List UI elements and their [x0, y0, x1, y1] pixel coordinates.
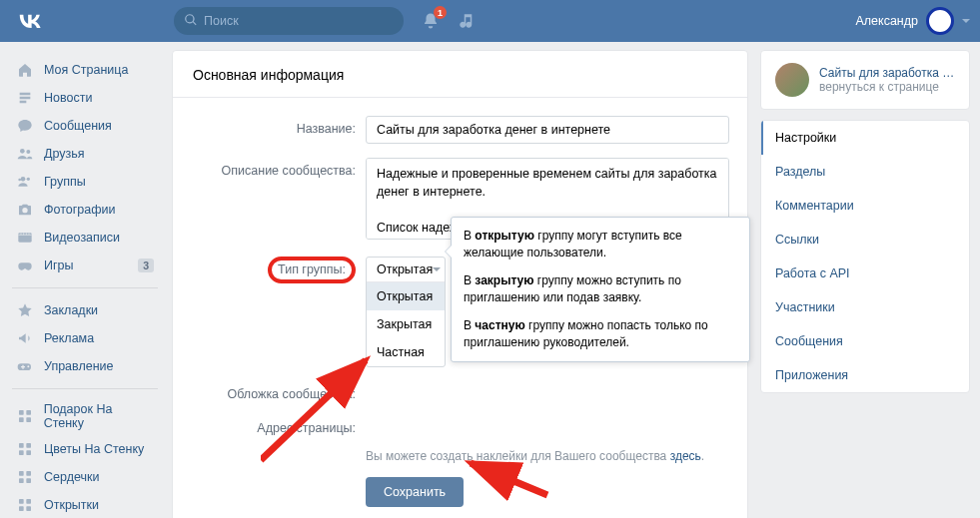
settings-tab[interactable]: Ссылки	[761, 223, 969, 257]
svg-rect-13	[26, 450, 31, 455]
nav-item[interactable]: Сообщения	[10, 112, 160, 140]
chevron-down-icon	[433, 267, 441, 271]
user-menu[interactable]: Александр	[855, 7, 970, 35]
nav-label: Друзья	[44, 147, 85, 161]
nav-item[interactable]: Фотографии	[10, 196, 160, 224]
svg-rect-7	[26, 410, 31, 415]
app-icon	[16, 496, 34, 514]
tooltip-arrow-icon	[446, 246, 452, 258]
svg-rect-6	[19, 410, 24, 415]
photo-icon	[16, 201, 34, 219]
search-icon	[184, 13, 204, 30]
nav-label: Фотографии	[44, 203, 115, 217]
settings-tab[interactable]: Комментарии	[761, 189, 969, 223]
select-current: Открытая	[377, 262, 433, 276]
nav-item[interactable]: Закладки	[10, 296, 160, 324]
music-icon[interactable]	[458, 12, 476, 30]
label-name: Название:	[191, 116, 366, 136]
nav-item[interactable]: Сердечки	[10, 463, 160, 491]
nav-item[interactable]: Открытки	[10, 491, 160, 518]
nav-item[interactable]: Управление	[10, 352, 160, 380]
nav-item[interactable]: Новости	[10, 84, 160, 112]
nav-label: Открытки	[44, 498, 99, 512]
community-card[interactable]: Сайты для заработка де... вернуться к ст…	[760, 50, 970, 110]
nav-item[interactable]: Игры3	[10, 252, 160, 279]
svg-rect-21	[26, 506, 31, 511]
app-icon	[16, 407, 34, 425]
svg-rect-19	[26, 499, 31, 504]
nav-item[interactable]: Моя Страница	[10, 56, 160, 84]
nav-item[interactable]: Цветы На Стенку	[10, 435, 160, 463]
nav-divider	[12, 287, 158, 288]
nav-label: Видеозаписи	[44, 231, 120, 245]
settings-tab[interactable]: Участники	[761, 290, 969, 324]
svg-rect-11	[26, 443, 31, 448]
annotation-arrow	[261, 350, 381, 470]
label-group-type: Тип группы:	[268, 257, 356, 283]
annotation-arrow	[463, 455, 552, 505]
user-avatar	[926, 7, 954, 35]
svg-rect-12	[19, 450, 24, 455]
manage-icon	[16, 357, 34, 375]
nav-item[interactable]: Друзья	[10, 140, 160, 168]
select-option[interactable]: Открытая	[367, 282, 445, 310]
svg-line-23	[471, 463, 547, 495]
nav-item[interactable]: Группы	[10, 168, 160, 196]
name-input[interactable]	[366, 116, 729, 144]
group-type-tooltip: В открытую группу могут вступить все жел…	[451, 217, 750, 362]
nav-label: Закладки	[44, 303, 98, 317]
settings-tab[interactable]: Работа с API	[761, 257, 969, 290]
select-option[interactable]: Закрытая	[367, 310, 445, 338]
groups-icon	[16, 173, 34, 191]
nav-item[interactable]: Реклама	[10, 324, 160, 352]
left-nav: Моя СтраницаНовостиСообщенияДрузьяГруппы…	[10, 50, 160, 518]
notifications-icon[interactable]: 1	[422, 12, 440, 30]
svg-rect-15	[26, 471, 31, 476]
svg-point-1	[26, 150, 30, 154]
nav-label: Управление	[44, 359, 114, 373]
settings-tab[interactable]: Приложения	[761, 358, 969, 392]
nav-label: Сердечки	[44, 470, 99, 484]
notif-badge: 1	[434, 6, 447, 19]
svg-point-0	[20, 149, 25, 154]
nav-label: Моя Страница	[44, 63, 128, 77]
settings-tabs: НастройкиРазделыКомментарииСсылкиРабота …	[760, 120, 970, 393]
settings-tab[interactable]: Сообщения	[761, 324, 969, 358]
search-box[interactable]	[174, 7, 404, 35]
nav-divider	[12, 388, 158, 389]
nav-label: Игры	[44, 259, 73, 272]
star-icon	[16, 301, 34, 319]
right-sidebar: Сайты для заработка де... вернуться к ст…	[760, 50, 970, 393]
nav-label: Сообщения	[44, 119, 112, 133]
select-value[interactable]: Открытая	[367, 258, 445, 281]
nav-item[interactable]: Видеозаписи	[10, 224, 160, 252]
label-description: Описание сообщества:	[191, 158, 366, 178]
nav-label: Группы	[44, 175, 86, 189]
svg-point-2	[21, 177, 26, 182]
header-icons: 1	[422, 12, 476, 30]
vk-logo[interactable]	[16, 7, 44, 35]
app-icon	[16, 440, 34, 458]
username: Александр	[855, 14, 918, 28]
search-input[interactable]	[204, 14, 394, 28]
nav-item[interactable]: Подарок На Стенку	[10, 397, 160, 435]
svg-rect-17	[26, 478, 31, 483]
msg-icon	[16, 117, 34, 135]
sticker-hint-suffix: .	[701, 449, 704, 463]
app-icon	[16, 468, 34, 486]
ads-icon	[16, 329, 34, 347]
friends-icon	[16, 145, 34, 163]
games-icon	[16, 257, 34, 274]
video-icon	[16, 229, 34, 247]
svg-rect-16	[19, 478, 24, 483]
main-panel: Основная информация Название: Описание с…	[172, 50, 748, 518]
svg-line-22	[261, 360, 366, 460]
back-link[interactable]: вернуться к странице	[819, 80, 959, 94]
save-button[interactable]: Сохранить	[366, 477, 464, 507]
chevron-down-icon	[962, 19, 970, 23]
top-header: 1 Александр	[0, 0, 980, 42]
page-title: Основная информация	[173, 51, 747, 98]
settings-tab[interactable]: Разделы	[761, 155, 969, 189]
settings-tab[interactable]: Настройки	[761, 121, 969, 155]
sticker-hint-link[interactable]: здесь	[670, 449, 701, 463]
